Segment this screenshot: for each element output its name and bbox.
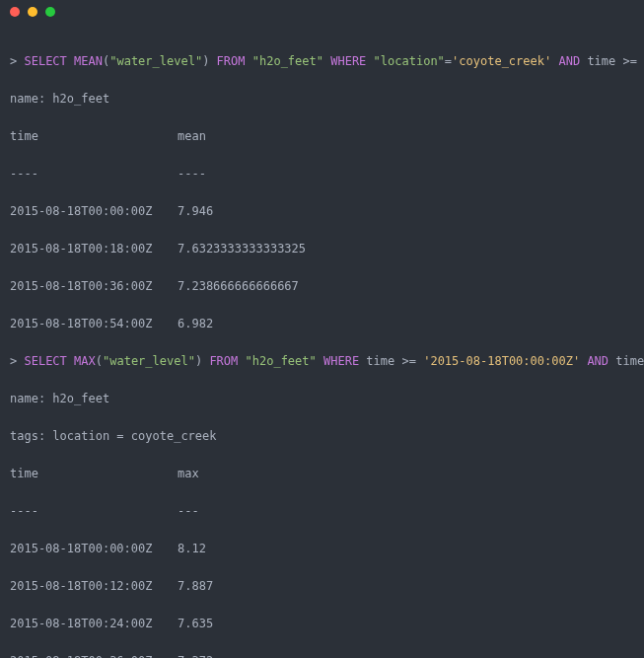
loc-key: "location" (374, 54, 445, 68)
cell-val: 7.6323333333333325 (178, 242, 306, 256)
paren-open: ( (96, 354, 103, 368)
table-row: 2015-08-18T00:24:00Z7.635 (10, 615, 634, 633)
table-row: 2015-08-18T00:36:00Z7.238666666666667 (10, 277, 634, 296)
prompt: > (10, 54, 17, 68)
paren-close: ) (202, 54, 209, 68)
kw-from: FROM (209, 354, 238, 368)
col-time: time (10, 465, 178, 483)
time-kw2: time (615, 354, 644, 368)
eq-op: = (445, 54, 452, 68)
table: "h2o_feet" (246, 354, 317, 368)
result-name: name: h2o_feet (10, 90, 634, 109)
cell-time: 2015-08-18T00:24:00Z (10, 615, 178, 633)
col-val: max (178, 467, 199, 480)
kw-from: FROM (217, 54, 246, 68)
cell-time: 2015-08-18T00:36:00Z (10, 652, 178, 658)
result-header: timemax (10, 465, 634, 483)
cell-time: 2015-08-18T00:00:00Z (10, 202, 178, 221)
cell-time: 2015-08-18T00:36:00Z (10, 277, 178, 296)
result-header: timemean (10, 127, 634, 146)
time-kw: time (366, 354, 394, 368)
prompt: > (10, 354, 17, 368)
table-row: 2015-08-18T00:12:00Z7.887 (10, 577, 634, 596)
minimize-icon[interactable] (28, 7, 37, 17)
kw-select: SELECT (24, 54, 66, 68)
cell-val: 7.887 (178, 579, 213, 593)
kw-func: MAX (74, 354, 96, 368)
kw-where: WHERE (323, 354, 359, 368)
cell-val: 6.982 (178, 317, 213, 330)
field: "water_level" (109, 54, 202, 68)
window-titlebar (0, 0, 644, 24)
table-row: 2015-08-18T00:00:00Z8.12 (10, 540, 634, 558)
cell-val: 7.372 (178, 654, 213, 658)
col-time: ---- (10, 165, 178, 183)
col-val: mean (178, 129, 206, 143)
result-divider: -------- (10, 165, 634, 183)
field: "water_level" (103, 354, 195, 368)
col-time: time (10, 127, 178, 146)
col-val: --- (178, 504, 199, 518)
result-tags: tags: location = coyote_creek (10, 427, 634, 446)
query-line-2: > SELECT MAX("water_level") FROM "h2o_fe… (10, 352, 634, 371)
query-line-1: > SELECT MEAN("water_level") FROM "h2o_f… (10, 52, 634, 71)
paren-close: ) (195, 354, 202, 368)
table-row: 2015-08-18T00:00:00Z7.946 (10, 202, 634, 221)
terminal-output: > SELECT MEAN("water_level") FROM "h2o_f… (0, 24, 644, 658)
table: "h2o_feet" (252, 54, 323, 68)
ts1-val: '2015-08-18T00:00:00Z' (423, 354, 580, 368)
result-name: name: h2o_feet (10, 390, 634, 408)
kw-and: AND (558, 54, 580, 68)
cell-val: 7.635 (178, 617, 213, 630)
gte-op: >= (402, 354, 416, 368)
loc-val: 'coyote_creek' (452, 54, 551, 68)
kw-func: MEAN (74, 54, 103, 68)
table-row: 2015-08-18T00:18:00Z7.6323333333333325 (10, 240, 634, 258)
gte-op: >= (623, 54, 637, 68)
cell-val: 7.946 (178, 204, 213, 218)
table-row: 2015-08-18T00:54:00Z6.982 (10, 315, 634, 333)
cell-val: 8.12 (178, 542, 206, 555)
result-divider: ------- (10, 502, 634, 521)
cell-time: 2015-08-18T00:00:00Z (10, 540, 178, 558)
table-row: 2015-08-18T00:36:00Z7.372 (10, 652, 634, 658)
kw-and: AND (587, 354, 608, 368)
col-val: ---- (178, 167, 206, 181)
cell-time: 2015-08-18T00:54:00Z (10, 315, 178, 333)
maximize-icon[interactable] (45, 7, 55, 17)
close-icon[interactable] (10, 7, 20, 17)
time-kw: time (587, 54, 615, 68)
kw-select: SELECT (24, 354, 66, 368)
col-time: ---- (10, 502, 178, 521)
cell-time: 2015-08-18T00:12:00Z (10, 577, 178, 596)
cell-time: 2015-08-18T00:18:00Z (10, 240, 178, 258)
cell-val: 7.238666666666667 (178, 279, 299, 293)
kw-where: WHERE (330, 54, 366, 68)
